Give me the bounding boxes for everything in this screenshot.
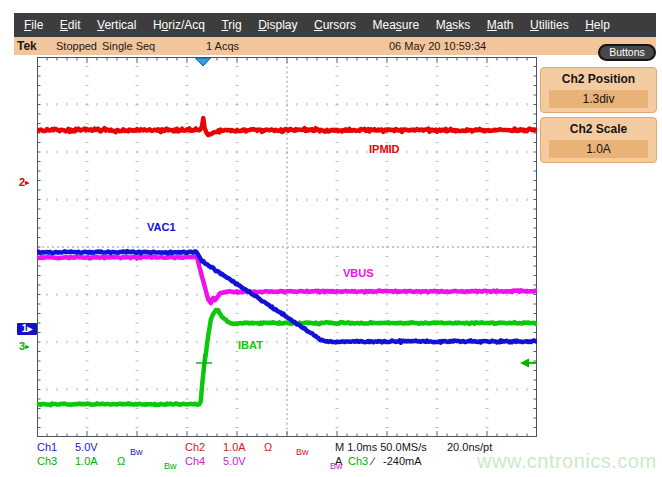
menu-edit[interactable]: Edit [60, 18, 81, 32]
trace-label-ibat: IBAT [238, 339, 263, 351]
channel-2-position-marker[interactable]: 2▸ [19, 176, 29, 189]
status-bar: Tek Stopped Single Seq 1 Acqs 06 May 20 … [14, 37, 656, 55]
menu-measure[interactable]: Measure [372, 18, 419, 32]
ch2-scale-value[interactable]: 1.0A [549, 140, 648, 158]
ch2-scale-panel: Ch2 Scale 1.0A [540, 117, 657, 163]
menu-vertical[interactable]: Vertical [97, 18, 136, 32]
trigger-mode-prefix: A [335, 455, 342, 467]
ch1-readout-scale: 5.0V [75, 441, 98, 453]
channel-1-position-marker[interactable]: 1▸ [17, 323, 37, 335]
ch3-readout-scale: 1.0A [75, 455, 98, 467]
menu-horiz-acq[interactable]: Horiz/Acq [153, 18, 205, 32]
waveform-graticule [37, 57, 537, 437]
buttons-button[interactable]: Buttons [598, 44, 656, 61]
acquisition-count: 1 Acqs [206, 40, 239, 52]
menu-math[interactable]: Math [487, 18, 514, 32]
watermark: www.cntronics.com [477, 450, 657, 473]
ch2-position-value[interactable]: 1.3div [549, 90, 648, 108]
ch3-impedance-icon: Ω [117, 455, 125, 467]
tek-logo: Tek [17, 39, 37, 53]
ch2-position-panel: Ch2 Position 1.3div [540, 67, 657, 113]
ch3-bandwidth-badge: Bw [164, 461, 177, 471]
ch2-readout-label: Ch2 [185, 441, 205, 453]
menu-trig[interactable]: Trig [221, 18, 241, 32]
trigger-level-arrow-icon [520, 358, 529, 367]
trigger-source-readout: Ch3 [348, 455, 368, 467]
ch1-readout-label: Ch1 [37, 441, 57, 453]
ch2-position-title: Ch2 Position [541, 72, 656, 86]
menu-display[interactable]: Display [258, 18, 297, 32]
menu-masks[interactable]: Masks [436, 18, 471, 32]
timebase-readout: M 1.0ms 50.0MS/s [335, 441, 427, 453]
trigger-position-icon[interactable] [196, 58, 211, 66]
acquisition-mode: Single Seq [102, 40, 155, 52]
ch3-readout-label: Ch3 [37, 455, 57, 467]
menu-cursors[interactable]: Cursors [314, 18, 356, 32]
ch1-bandwidth-badge: Bw [130, 447, 143, 457]
ch4-readout-scale: 5.0V [223, 455, 246, 467]
menu-file[interactable]: File [24, 18, 43, 32]
trace-label-ipmid: IPMID [369, 143, 400, 155]
acquisition-state: Stopped [56, 40, 97, 52]
channel-3-position-marker[interactable]: 3▸ [19, 340, 29, 353]
ch2-scale-title: Ch2 Scale [541, 122, 656, 136]
ch2-bandwidth-badge: Bw [296, 447, 309, 457]
trace-label-vac1: VAC1 [147, 221, 176, 233]
datetime: 06 May 20 10:59:34 [389, 40, 486, 52]
menu-utilities[interactable]: Utilities [530, 18, 569, 32]
ch2-impedance-icon: Ω [264, 441, 272, 453]
menu-help[interactable]: Help [585, 18, 610, 32]
rising-slope-icon: ∕ [372, 455, 374, 467]
trigger-level-readout: -240mA [383, 455, 422, 467]
trace-label-vbus: VBUS [343, 267, 374, 279]
ch2-readout-scale: 1.0A [223, 441, 246, 453]
ch4-readout-label: Ch4 [185, 455, 205, 467]
menu-bar: FileEditVerticalHoriz/AcqTrigDisplayCurs… [14, 13, 656, 37]
